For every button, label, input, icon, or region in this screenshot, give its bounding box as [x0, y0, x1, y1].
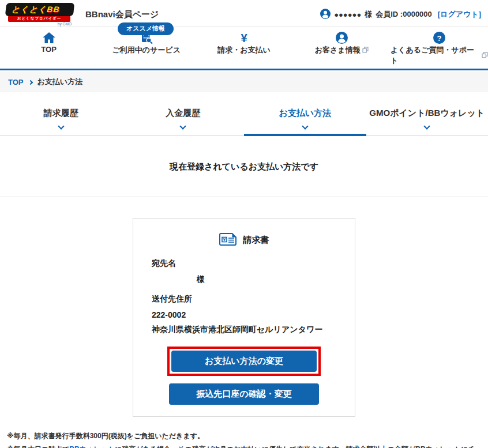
note-2-prefix: ※毎月末日の時点で [7, 445, 69, 448]
bb-wallet-link[interactable]: BBウォレット [69, 445, 115, 448]
user-honorific: 様 [365, 9, 372, 20]
breadcrumb: TOP お支払い方法 [0, 71, 488, 92]
logo-main-text: とくとくBB [5, 3, 74, 16]
recipient-label: 宛先名 [152, 258, 336, 269]
address-label: 送付先住所 [152, 294, 336, 304]
change-payment-method-button[interactable]: お支払い方法の変更 [171, 351, 317, 372]
yen-icon: ¥ [241, 31, 247, 44]
payment-method-row: ¥ 請求書 [152, 232, 336, 248]
postal-code: 222-0002 [152, 310, 336, 319]
page-header: とくとくBB おとくなプロバイダー by GMO BBnavi会員ページ ●●●… [0, 0, 488, 27]
breadcrumb-top-link[interactable]: TOP [8, 78, 24, 86]
tokutoku-bb-logo[interactable]: とくとくBB おとくなプロバイダー by GMO [6, 3, 74, 26]
person-icon [336, 31, 348, 44]
tab-deposit-history[interactable]: 入金履歴 [122, 100, 245, 135]
tab-gmo-point-bb-wallet[interactable]: GMOポイント/BBウォレット [366, 100, 488, 135]
logo-byline: by GMO [6, 22, 72, 26]
logout-link[interactable]: [ログアウト] [438, 9, 481, 20]
tab-label: 請求履歴 [44, 108, 78, 118]
bank-button-wrap: 振込先口座の確認・変更 [169, 383, 319, 405]
nav-label-faq-support: よくあるご質問・サポート [391, 45, 480, 66]
tab-label: 入金履歴 [166, 108, 200, 118]
nav-item-top[interactable]: TOP [0, 31, 97, 66]
user-masked-name: ●●●●●● [334, 10, 361, 19]
nav-label-billing: 請求・お支払い [217, 45, 271, 55]
payment-method-card: ¥ 請求書 宛先名 様 送付先住所 222-0002 神奈川県横浜市港北区師岡町… [133, 218, 355, 417]
user-avatar-icon [320, 9, 331, 21]
global-nav: TOP ご利用中のサービス ¥ 請求・お支払い [0, 27, 488, 70]
recipient-value: 様 [152, 274, 336, 285]
tab-label: GMOポイント/BBウォレット [369, 108, 485, 118]
user-info: ●●●●●● 様 会員ID :0000000 [ログアウト] [320, 9, 481, 21]
section-divider [0, 197, 488, 197]
tab-label: お支払い方法 [279, 108, 331, 118]
tab-billing-history[interactable]: 請求履歴 [0, 100, 122, 135]
payment-tabs: 請求履歴 入金履歴 お支払い方法 GMOポイント/BBウォレット [0, 100, 488, 136]
svg-text:¥: ¥ [223, 237, 226, 242]
nav-item-customer-info[interactable]: お客さま情報 [293, 31, 391, 66]
logo-sub-text: おとくなプロバイダー [8, 16, 70, 22]
chevron-down-icon [424, 123, 430, 129]
nav-label-top: TOP [41, 45, 57, 54]
home-icon [42, 31, 56, 44]
payment-method-name: 請求書 [243, 235, 269, 246]
nav-item-billing[interactable]: ¥ 請求・お支払い [195, 31, 292, 66]
question-icon: ? [433, 31, 445, 44]
bank-account-button[interactable]: 振込先口座の確認・変更 [169, 383, 319, 405]
page-title: BBnavi会員ページ [85, 9, 159, 20]
nav-label-services: ご利用中のサービス [112, 45, 181, 55]
note-1: ※毎月、請求書発行手数料300円(税抜)をご負担いただきます。 [7, 430, 481, 443]
svg-text:?: ? [437, 34, 441, 43]
nav-label-customer-info: お客さま情報 [315, 45, 361, 55]
external-link-icon [482, 50, 488, 61]
recommended-info-badge[interactable]: オススメ情報 [118, 22, 174, 35]
external-link-icon [362, 45, 369, 55]
note-2: ※毎月末日の時点でBBウォレットに残高がある場合、その残高が次月のお支払いに優先… [7, 443, 481, 448]
footer-notes: ※毎月、請求書発行手数料300円(税抜)をご負担いただきます。 ※毎月末日の時点… [7, 430, 481, 448]
highlight-box: お支払い方法の変更 [167, 347, 321, 376]
invoice-icon: ¥ [219, 232, 238, 248]
chevron-right-icon [28, 80, 32, 84]
section-heading: 現在登録されているお支払い方法です [0, 161, 488, 172]
nav-item-faq-support[interactable]: ? よくあるご質問・サポート [391, 31, 488, 66]
address-line: 神奈川県横浜市港北区師岡町セルリアンタワー [152, 325, 336, 335]
member-id: 会員ID :0000000 [376, 9, 432, 20]
chevron-down-icon [302, 123, 308, 129]
tab-payment-method[interactable]: お支払い方法 [244, 100, 366, 135]
chevron-down-icon [180, 123, 186, 129]
breadcrumb-current: お支払い方法 [37, 77, 83, 87]
chevron-down-icon [58, 123, 64, 129]
